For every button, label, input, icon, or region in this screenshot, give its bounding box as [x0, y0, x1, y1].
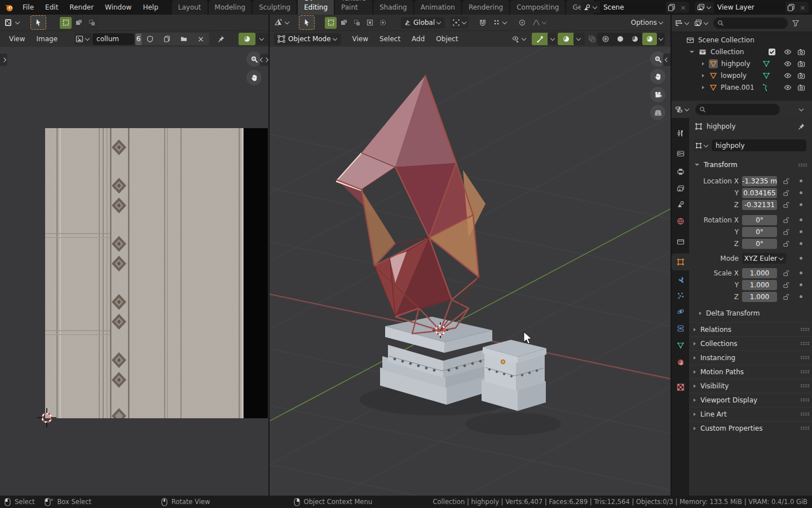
shading-material-button[interactable]	[628, 33, 642, 45]
vp-menu-select[interactable]: Select	[374, 32, 406, 46]
panel-instancing[interactable]: Instancing	[689, 351, 812, 364]
object-id-browse-button[interactable]	[694, 139, 710, 151]
panel-drag-handle[interactable]	[800, 327, 810, 331]
disable-render-camera-icon[interactable]	[797, 84, 805, 91]
highpoly-expand-arrow[interactable]	[702, 62, 704, 65]
proportional-falloff-dropdown[interactable]	[531, 16, 549, 29]
display-channels-button[interactable]	[239, 33, 255, 45]
lock-icon[interactable]	[783, 270, 789, 277]
outliner-display-mode-button[interactable]	[675, 19, 690, 27]
image-name-field[interactable]: collum	[92, 33, 134, 45]
hide-eye-icon[interactable]	[784, 84, 792, 91]
panel-visibility[interactable]: Visibility	[689, 379, 812, 392]
menu-edit[interactable]: Edit	[39, 0, 64, 15]
panel-collections[interactable]: Collections	[689, 336, 812, 350]
overlays-dropdown[interactable]	[573, 33, 585, 45]
tab-modeling[interactable]: Modeling	[209, 0, 252, 15]
tab-collection-icon[interactable]	[672, 233, 689, 250]
panel-line-art[interactable]: Line Art	[689, 407, 812, 421]
tab-animation[interactable]: Animation	[414, 0, 461, 15]
animate-dot[interactable]	[800, 203, 802, 206]
outliner-filter-icon[interactable]	[792, 20, 799, 27]
uv-canvas[interactable]	[0, 47, 268, 496]
hide-eye-icon[interactable]	[784, 60, 792, 68]
tab-shading[interactable]: Shading	[373, 0, 413, 15]
view-layer-browse-button[interactable]	[695, 3, 714, 11]
object-name-field[interactable]: highpoly	[712, 139, 806, 151]
animate-dot[interactable]	[800, 283, 802, 286]
tab-sculpting[interactable]: Sculpting	[253, 0, 297, 15]
select-mode-subtract-button[interactable]	[351, 17, 363, 29]
uv-zoom-icon[interactable]	[246, 51, 262, 67]
tab-rendering[interactable]: Rendering	[462, 0, 509, 15]
transform-panel-header[interactable]: Transform	[691, 159, 809, 171]
vp-pan-hand-icon[interactable]	[650, 69, 665, 84]
outliner-search-input[interactable]	[713, 17, 788, 29]
uv-menu-image[interactable]: Image	[30, 32, 63, 46]
disable-render-camera-icon[interactable]	[797, 72, 805, 80]
uv-editor-type-button[interactable]	[5, 18, 20, 27]
lock-icon[interactable]	[783, 240, 789, 247]
pivot-point-dropdown[interactable]	[451, 16, 469, 29]
pin-image-icon[interactable]	[217, 35, 225, 43]
properties-options-dropdown[interactable]	[799, 107, 804, 111]
location-x-field[interactable]: -1.3235 m	[742, 176, 777, 186]
tab-view-layer-icon[interactable]	[672, 180, 689, 197]
image-browse-button[interactable]	[74, 33, 91, 45]
uv-select-mode-subtract-button[interactable]	[86, 17, 98, 29]
animate-dot[interactable]	[800, 295, 802, 298]
overlays-toggle[interactable]	[558, 33, 575, 45]
animate-dot[interactable]	[800, 271, 802, 274]
new-scene-icon[interactable]	[666, 3, 677, 11]
panel-motion-paths[interactable]: Motion Paths	[689, 365, 812, 378]
panel-viewport-display[interactable]: Viewport Display	[689, 393, 812, 406]
animate-dot[interactable]	[800, 230, 802, 233]
viewport-canvas[interactable]	[270, 47, 670, 496]
open-image-folder-icon[interactable]	[175, 33, 192, 45]
scale-x-field[interactable]: 1.000	[742, 268, 777, 278]
menu-render[interactable]: Render	[64, 0, 99, 15]
collection-expand-arrow[interactable]	[690, 51, 694, 53]
uv-select-mode-extend-button[interactable]	[73, 17, 85, 29]
vp-camera-view-icon[interactable]	[650, 87, 665, 102]
lock-icon[interactable]	[783, 190, 789, 196]
shading-wireframe-button[interactable]	[598, 33, 613, 45]
tab-material-icon[interactable]	[672, 354, 689, 371]
tab-texture-icon[interactable]	[672, 379, 689, 396]
outliner-row-highpoly[interactable]: highpoly	[672, 58, 812, 69]
animate-dot[interactable]	[800, 179, 802, 182]
tab-object-icon[interactable]	[672, 253, 689, 270]
lowpoly-expand-arrow[interactable]	[702, 74, 704, 77]
tab-compositing[interactable]: Compositing	[510, 0, 565, 15]
outliner-row-lowpoly[interactable]: lowpoly	[672, 69, 812, 81]
viewport-select-tool-button[interactable]	[299, 15, 315, 30]
tab-particles-icon[interactable]	[672, 287, 689, 304]
scene-browse-button[interactable]	[581, 3, 600, 11]
rotation-y-field[interactable]: 0°	[742, 227, 777, 237]
snap-target-dropdown[interactable]	[491, 16, 509, 29]
animate-dot[interactable]	[800, 242, 802, 245]
disable-render-camera-icon[interactable]	[797, 60, 805, 68]
menu-help[interactable]: Help	[137, 0, 164, 15]
panel-drag-handle[interactable]	[800, 341, 810, 345]
tab-layout[interactable]: Layout	[172, 0, 208, 15]
duplicate-image-icon[interactable]	[158, 33, 175, 45]
uv-sidebar-expand-chevrons[interactable]	[260, 54, 268, 66]
animate-dot[interactable]	[800, 218, 802, 221]
scale-z-field[interactable]: 1.000	[742, 292, 777, 302]
panel-relations[interactable]: Relations	[689, 322, 812, 336]
panel-drag-handle[interactable]	[800, 398, 810, 402]
lock-icon[interactable]	[783, 217, 789, 224]
tool-options-dropdown[interactable]: Options	[631, 19, 664, 27]
new-view-layer-icon[interactable]	[785, 3, 797, 11]
hide-eye-icon[interactable]	[784, 72, 792, 80]
disable-render-camera-icon[interactable]	[797, 48, 805, 56]
panel-drag-handle[interactable]	[800, 356, 810, 360]
vp-sidebar-expand-chevron[interactable]	[663, 54, 670, 66]
gizmos-dropdown[interactable]	[548, 33, 559, 45]
lock-icon[interactable]	[783, 229, 789, 235]
tab-constraints-icon[interactable]	[672, 320, 689, 337]
rotation-x-field[interactable]: 0°	[742, 215, 777, 225]
panel-custom-properties[interactable]: Custom Properties	[689, 421, 812, 435]
outliner-row-scene-collection[interactable]: Scene Collection	[672, 34, 812, 46]
